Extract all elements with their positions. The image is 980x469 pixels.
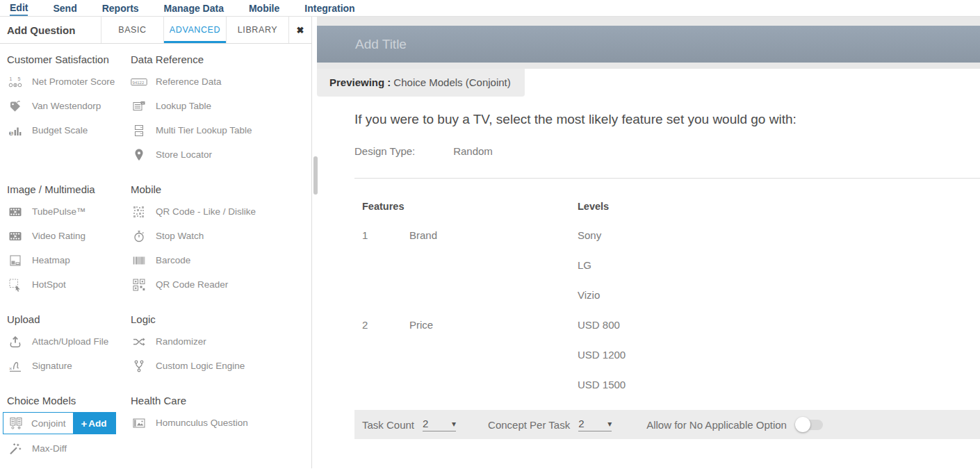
sidebar-item-budget-scale[interactable]: $Budget Scale [7, 118, 131, 142]
upload-icon [7, 335, 24, 349]
sidebar-item-label: Net Promoter Score [32, 76, 115, 87]
video-film-icon [7, 205, 24, 219]
sidebar-item-hotspot[interactable]: HotSpot [7, 272, 131, 297]
table-header-row: Features Levels [354, 201, 980, 212]
add-question-panel: Add Question BASICADVANCEDLIBRARY ✖ Cust… [0, 17, 312, 468]
sidebar-item-custom-logic-engine[interactable]: Custom Logic Engine [131, 354, 311, 378]
no-applicable-option-label: Allow for No Applicable Option [646, 419, 787, 431]
tab-basic[interactable]: BASIC [101, 17, 164, 43]
sidebar-item-label: Reference Data [156, 76, 222, 87]
sidebar-item-label: Video Rating [32, 231, 85, 241]
sidebar-item-homunculus-question[interactable]: Homunculus Question [131, 411, 311, 435]
sidebar-item-qr-code-reader[interactable]: QR Code Reader [131, 272, 311, 297]
sidebar-scrollbar-thumb[interactable] [313, 156, 318, 195]
sidebar-item-label: Van Westendorp [32, 101, 101, 111]
tag-icon [7, 99, 24, 113]
nav-integration[interactable]: Integration [304, 1, 354, 15]
add-button-label: Add [88, 418, 106, 429]
sidebar-item-barcode[interactable]: Barcode [131, 248, 311, 272]
qr-code-icon [131, 205, 147, 219]
add-title-bar[interactable]: Add Title [317, 26, 980, 63]
svg-text:$: $ [10, 131, 13, 135]
sidebar-item-store-locator[interactable]: Store Locator [131, 142, 311, 167]
levels-header: Levels [578, 201, 980, 212]
close-icon[interactable]: ✖ [289, 17, 311, 43]
sidebar-item-net-promoter-score[interactable]: 15Net Promoter Score [7, 69, 131, 94]
video-film-icon [7, 229, 24, 243]
svg-text:5: 5 [18, 76, 21, 81]
top-nav: EditSendReportsManage DataMobileIntegrat… [0, 0, 980, 17]
section-title: Mobile [131, 183, 311, 195]
features-header: Features [354, 201, 578, 212]
nav-mobile[interactable]: Mobile [249, 1, 279, 15]
top-gray-strip [317, 17, 980, 26]
section-title: Upload [7, 313, 131, 325]
wand-icon [7, 442, 24, 456]
sidebar-item-label: Store Locator [156, 149, 212, 160]
sidebar-item-multi-tier-lookup-table[interactable]: Multi Tier Lookup Table [131, 118, 311, 142]
sidebar-item-signature[interactable]: ×Signature [7, 354, 131, 378]
section-title: Health Care [131, 395, 311, 406]
sidebar-item-reference-data[interactable]: 94122Reference Data [131, 69, 311, 94]
table-row: LG [354, 250, 980, 280]
feature-number: 2 [354, 319, 409, 331]
signature-icon: × [7, 359, 24, 373]
sidebar-item-heatmap[interactable]: Heatmap [7, 248, 131, 272]
sidebar-item-label: Max-Diff [32, 443, 67, 454]
sidebar-item-van-westendorp[interactable]: Van Westendorp [7, 94, 131, 118]
conjoint-settings-bar: Task Count 2 ▾ Concept Per Task 2 ▾ Allo… [354, 410, 980, 439]
tab-library[interactable]: LIBRARY [227, 17, 289, 43]
stopwatch-icon [131, 229, 147, 243]
sidebar-item-label: Randomizer [156, 336, 206, 347]
sidebar-item-conjoint-selected[interactable]: Conjoint+Add [3, 412, 116, 434]
mid-gray-strip [317, 63, 980, 69]
preview-content: If you were to buy a TV, select the most… [317, 112, 980, 439]
feature-name: Brand [409, 229, 578, 241]
sidebar-item-label: Signature [32, 361, 72, 371]
add-conjoint-button[interactable]: +Add [73, 413, 115, 434]
concept-per-task-label: Concept Per Task [488, 419, 570, 431]
budget-scale-icon: $ [7, 124, 24, 138]
svg-text:1: 1 [10, 76, 13, 81]
sidebar-item-qr-code-like-dislike[interactable]: QR Code - Like / Dislike [131, 199, 311, 224]
qr-reader-icon [131, 278, 147, 292]
concept-per-task-value: 2 [578, 418, 584, 429]
nav-edit[interactable]: Edit [10, 1, 28, 16]
sidebar-item-label: Custom Logic Engine [156, 361, 245, 371]
table-row: USD 1500 [354, 370, 980, 400]
sidebar-item-label: Budget Scale [32, 125, 88, 135]
previewing-value: Choice Models (Conjoint) [393, 76, 510, 88]
sidebar-item-attach-upload-file[interactable]: Attach/Upload File [7, 329, 131, 354]
concept-per-task-select[interactable]: 2 ▾ [578, 418, 612, 431]
level-value: USD 1200 [578, 349, 980, 361]
sidebar-item-tubepulse[interactable]: TubePulse™ [7, 199, 131, 224]
sidebar-item-randomizer[interactable]: Randomizer [131, 329, 311, 354]
sidebar-item-video-rating[interactable]: Video Rating [7, 224, 131, 248]
task-count-value: 2 [423, 418, 428, 429]
question-text: If you were to buy a TV, select the most… [354, 112, 980, 127]
design-type-label: Design Type: [354, 145, 450, 157]
tab-advanced[interactable]: ADVANCED [164, 17, 227, 43]
svg-text:94122: 94122 [133, 80, 145, 84]
sidebar-item-lookup-table[interactable]: Lookup Table [131, 94, 311, 118]
conjoint-icon [8, 416, 24, 430]
sidebar-item-stop-watch[interactable]: Stop Watch [131, 224, 311, 248]
chevron-down-icon: ▾ [607, 419, 612, 429]
section-image-multimedia: Image / MultimediaTubePulse™Video Rating… [7, 183, 131, 297]
nav-reports[interactable]: Reports [102, 1, 139, 15]
store-locator-icon [131, 148, 147, 162]
sidebar-item-max-diff[interactable]: Max-Diff [7, 436, 131, 461]
section-health-care: Health CareHomunculus Question [131, 395, 311, 461]
level-value: LG [578, 259, 980, 271]
nav-send[interactable]: Send [53, 1, 76, 15]
features-levels-table: 1BrandSonyLGVizio2PriceUSD 800USD 1200US… [354, 220, 980, 400]
sidebar-item-label: Lookup Table [156, 101, 211, 111]
task-count-select[interactable]: 2 ▾ [423, 418, 456, 431]
section-title: Data Reference [131, 54, 311, 65]
section-title: Customer Satisfaction [7, 54, 131, 65]
no-applicable-option-toggle[interactable] [797, 420, 823, 430]
sidebar-item-label: QR Code - Like / Dislike [156, 206, 256, 217]
nav-manage-data[interactable]: Manage Data [164, 1, 224, 15]
previewing-label: Previewing : [329, 76, 391, 88]
section-title: Image / Multimedia [7, 183, 131, 195]
